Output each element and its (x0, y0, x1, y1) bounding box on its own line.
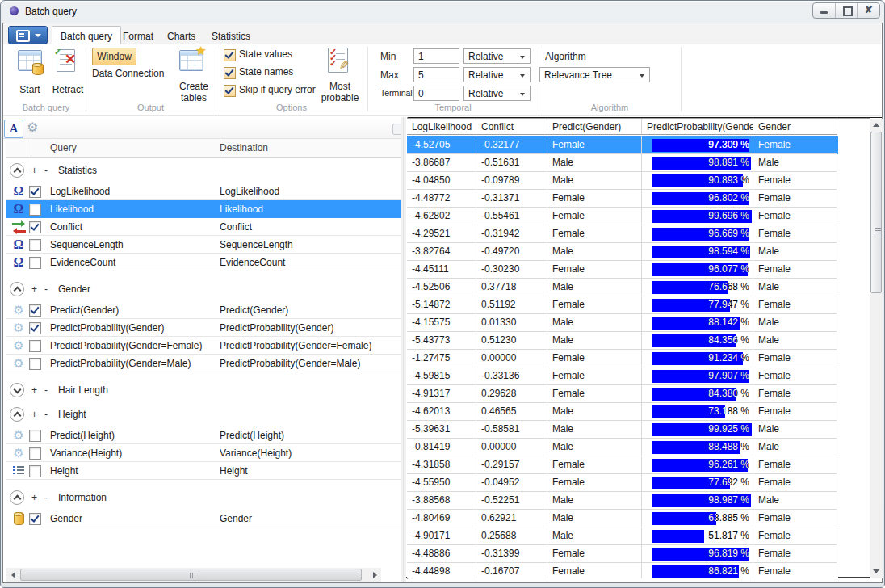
results-column-header[interactable]: Predict(Gender) (547, 119, 642, 135)
result-row[interactable]: -4.31858-0.29157Female96.261 %96.261 %Fe… (407, 456, 838, 474)
row-checkbox[interactable] (29, 465, 41, 477)
row-checkbox[interactable] (29, 257, 41, 269)
result-row[interactable]: -4.59815-0.33136Female97.907 %97.907 %Fe… (407, 368, 838, 385)
query-row[interactable]: Ω EvidenceCount EvidenceCount (6, 254, 401, 271)
scroll-right-button[interactable] (367, 568, 381, 582)
output-window-toggle[interactable]: Window (92, 48, 136, 65)
result-row[interactable]: -4.155750.01330Male88.142 %88.142 %Male (407, 314, 838, 332)
scrollbar-thumb[interactable] (20, 569, 362, 581)
settings-gear-icon[interactable]: ⚙ (27, 120, 38, 135)
row-checkbox[interactable] (29, 430, 41, 442)
temporal-min-mode-dropdown[interactable]: Relative (463, 48, 531, 64)
row-checkbox[interactable] (29, 221, 41, 233)
row-checkbox[interactable] (29, 358, 41, 370)
query-group-information[interactable]: + - Information (6, 485, 401, 510)
result-row[interactable]: -1.274750.00000Female91.234 %91.234 %Fem… (407, 350, 838, 368)
result-row[interactable]: -0.814190.00000Male88.488 %88.488 %Male (407, 439, 838, 456)
result-row[interactable]: -4.804690.62921Male63.885 %63.885 %Femal… (407, 510, 838, 527)
results-column-header[interactable]: LogLikelihood (407, 119, 476, 135)
collapse-button[interactable]: - (44, 158, 48, 183)
checkbox-skip-if-query-error[interactable] (224, 85, 236, 97)
tab-format[interactable]: Format (123, 31, 153, 42)
collapse-button[interactable]: - (44, 277, 48, 301)
chevron-up-icon[interactable] (10, 163, 24, 178)
query-group-hair-length[interactable]: + - Hair Length (6, 378, 401, 402)
horizontal-scrollbar[interactable] (6, 568, 381, 582)
result-row[interactable]: -4.620130.46565Male73.188 %73.188 %Femal… (407, 403, 838, 421)
result-row[interactable]: -3.82764-0.49720Male98.594 %98.594 %Male (407, 243, 838, 261)
expand-button[interactable]: + (31, 402, 37, 426)
temporal-max-mode-dropdown[interactable]: Relative (463, 67, 531, 82)
collapse-button[interactable]: - (44, 378, 48, 402)
result-row[interactable]: -4.48772-0.31371Female96.802 %96.802 %Fe… (407, 190, 838, 208)
result-row[interactable]: -4.48886-0.31399Female96.819 %96.819 %Fe… (407, 545, 838, 563)
column-header-query[interactable]: Query (50, 139, 77, 158)
query-row[interactable]: Ω SequenceLength SequenceLength (6, 236, 401, 254)
result-row[interactable]: -4.52705-0.32177Female97.309 %97.309 %Fe… (407, 136, 838, 154)
vertical-scrollbar[interactable] (870, 119, 883, 578)
collapse-button[interactable]: - (44, 485, 48, 510)
tab-statistics[interactable]: Statistics (212, 31, 250, 42)
query-row[interactable]: ⚙ PredictProbability(Gender) PredictProb… (6, 319, 401, 337)
query-row[interactable]: Height Height (6, 462, 401, 480)
query-row[interactable]: ⚙ Predict(Gender) Predict(Gender) (6, 301, 401, 319)
chevron-up-icon[interactable] (10, 282, 24, 296)
tab-charts[interactable]: Charts (167, 31, 195, 42)
result-row[interactable]: -4.525060.37718Male76.668 %76.668 %Male (407, 279, 838, 296)
maximize-button[interactable] (836, 3, 858, 18)
query-row[interactable]: Gender Gender (6, 510, 401, 527)
chevron-up-icon[interactable] (10, 490, 24, 505)
row-checkbox[interactable] (29, 340, 41, 352)
result-row[interactable]: -3.86687-0.51631Male98.891 %98.891 %Male (407, 154, 838, 172)
query-row[interactable]: ⚙ Variance(Height) Variance(Height) (6, 444, 401, 462)
expand-button[interactable]: + (31, 158, 37, 183)
tab-batch-query[interactable]: Batch query (52, 26, 121, 46)
result-row[interactable]: -4.913170.29628Female84.380 %84.380 %Fem… (407, 385, 838, 403)
result-row[interactable]: -4.29521-0.31942Female96.669 %96.669 %Fe… (407, 225, 838, 243)
results-column-header[interactable]: PredictProbability(Gender) (642, 119, 753, 135)
row-checkbox[interactable] (29, 304, 41, 317)
row-checkbox[interactable] (29, 322, 41, 334)
result-row[interactable]: -4.62802-0.55461Female99.696 %99.696 %Fe… (407, 208, 838, 225)
expand-button[interactable]: + (31, 277, 37, 301)
chevron-up-icon[interactable] (10, 407, 24, 422)
temporal-max-input[interactable]: 5 (413, 67, 459, 82)
query-row[interactable]: ⚙ Predict(Height) Predict(Height) (6, 426, 401, 444)
close-button[interactable]: ✘ (858, 3, 879, 18)
scroll-down-button[interactable] (870, 565, 883, 578)
application-menu-button[interactable] (8, 26, 48, 44)
data-connection-button[interactable]: Data Connection (92, 68, 170, 79)
results-column-header[interactable]: Conflict (476, 119, 547, 135)
result-row[interactable]: -4.44898-0.16707Female86.821 %86.821 %Fe… (407, 563, 838, 578)
query-group-height[interactable]: + - Height (6, 402, 401, 426)
text-format-button[interactable]: A (4, 120, 23, 138)
temporal-min-input[interactable]: 1 (413, 48, 459, 64)
query-group-gender[interactable]: + - Gender (6, 277, 401, 301)
result-row[interactable]: -4.45111-0.30230Female96.077 %96.077 %Fe… (407, 261, 838, 279)
result-row[interactable]: -5.437730.51230Male84.356 %84.356 %Male (407, 332, 838, 350)
result-row[interactable]: -5.39631-0.58581Male99.925 %99.925 %Male (407, 421, 838, 439)
query-group-statistics[interactable]: + - Statistics (6, 158, 401, 183)
result-row[interactable]: -5.148720.51192Female77.947 %77.947 %Fem… (407, 296, 838, 314)
row-checkbox[interactable] (29, 204, 41, 216)
result-row[interactable]: -4.901710.25688Male51.817 %51.817 %Femal… (407, 527, 838, 545)
results-column-header[interactable]: Gender (753, 119, 837, 135)
result-row[interactable]: -4.55950-0.04952Female77.692 %77.692 %Fe… (407, 474, 838, 492)
query-row[interactable]: Conflict Conflict (6, 218, 401, 236)
scrollbar-thumb[interactable] (870, 132, 882, 293)
chevron-down-icon[interactable] (10, 383, 24, 397)
scroll-left-button[interactable] (6, 568, 20, 582)
query-row[interactable]: ⚙ PredictProbability(Gender=Male) Predic… (6, 355, 401, 372)
row-checkbox[interactable] (29, 239, 41, 251)
checkbox-state-values[interactable] (224, 49, 236, 61)
row-checkbox[interactable] (29, 513, 41, 525)
expand-button[interactable]: + (31, 378, 37, 402)
minimize-button[interactable] (813, 3, 836, 18)
temporal-terminal-input[interactable]: 0 (413, 86, 459, 101)
collapse-button[interactable]: - (44, 402, 48, 426)
expand-button[interactable]: + (31, 485, 37, 510)
column-header-destination[interactable]: Destination (220, 139, 268, 158)
query-row[interactable]: Ω Likelihood Likelihood (6, 200, 401, 218)
result-row[interactable]: -3.88568-0.52251Male98.987 %98.987 %Male (407, 492, 838, 510)
algorithm-dropdown[interactable]: Relevance Tree (539, 67, 650, 82)
